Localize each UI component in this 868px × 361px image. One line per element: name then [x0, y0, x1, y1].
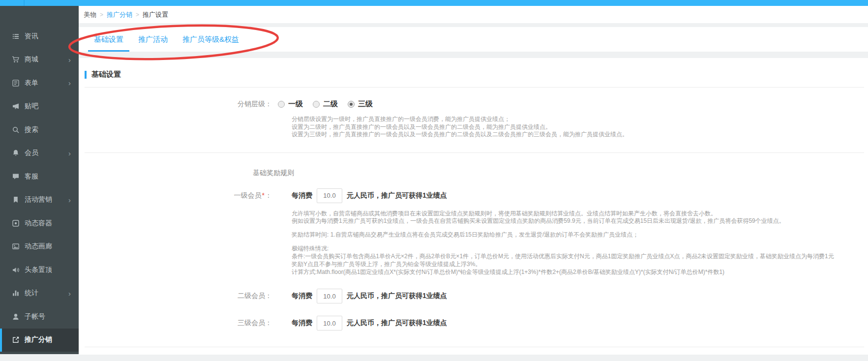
radio-level-1-label[interactable]: 一级	[288, 99, 303, 109]
bell-icon	[12, 149, 20, 157]
field-label-text: 分销层级	[238, 100, 265, 108]
settlement-description: 奖励结算时间: 1.自营店铺商品交易产生业绩点将在会员完成交易后15日奖励给推广…	[292, 231, 864, 239]
level3-amount-input[interactable]	[317, 316, 342, 331]
list-icon	[12, 32, 20, 40]
level1-member-row: 一级会员*： 每消费 元人民币，推广员可获得1业绩点	[85, 188, 864, 203]
sidebar-item-label: 会员	[25, 149, 38, 157]
chat-icon	[12, 173, 20, 180]
breadcrumb-item-home[interactable]: 美物	[84, 10, 96, 19]
radio-level-2-label[interactable]: 二级	[323, 99, 338, 109]
level2-member-row: 二级会员： 每消费 元人民币，推广员可获得1业绩点	[85, 289, 864, 303]
desc-line: 奖励结算时间: 1.自营店铺商品交易产生业绩点将在会员完成交易后15日奖励给推广…	[292, 231, 864, 239]
field-label-colon: ：	[265, 100, 272, 108]
tab-bar: 基础设置 推广活动 推广员等级&权益	[79, 27, 868, 52]
sidebar-item-label: 动态画廊	[25, 242, 52, 251]
desc-line: 允许填写小数，自营店铺商品或其他消费项目在未设置固定业绩点奖励规则时，将使用基础…	[292, 210, 864, 218]
sidebar-item-label: 搜索	[25, 125, 38, 134]
field-label: 分销层级：	[85, 100, 272, 109]
input-suffix: 元人民币，推广员可获得1业绩点	[347, 319, 447, 328]
level-description: 分销层级设置为一级时，推广员直接推广的一级会员消费，能为推广员提供业绩点； 设置…	[292, 116, 864, 139]
gallery-icon	[12, 242, 20, 250]
sidebar-item-label: 表单	[25, 79, 38, 88]
level2-amount-input[interactable]	[317, 289, 342, 303]
chevron-right-icon: ›	[68, 196, 71, 204]
required-asterisk: *	[262, 191, 265, 199]
tab-promotion-activity[interactable]: 推广活动	[137, 35, 169, 52]
section-accent-bar	[85, 71, 87, 79]
chevron-right-icon: ›	[68, 150, 71, 157]
field-label-text: 三级会员	[238, 319, 265, 327]
divider	[85, 87, 864, 88]
field-content: 每消费 元人民币，推广员可获得1业绩点	[292, 188, 447, 203]
section-header: 基础设置	[85, 70, 864, 79]
sidebar-item-headline-top[interactable]: 头条置顶	[0, 258, 79, 282]
user-icon	[12, 313, 20, 321]
divider	[85, 152, 864, 153]
desc-line: 奖励Y点且不参与推广员等级上浮，推广员为铂金等级业绩提成上浮3%。	[292, 260, 864, 268]
megaphone-icon	[12, 102, 20, 110]
topbar-logo-divider	[24, 0, 25, 6]
field-content: 每消费 元人民币，推广员可获得1业绩点	[292, 316, 447, 331]
breadcrumb-item-promotion[interactable]: 推广分销	[107, 10, 132, 19]
divider	[85, 347, 864, 347]
speaker-icon	[12, 266, 20, 274]
level3-member-row: 三级会员： 每消费 元人民币，推广员可获得1业绩点	[85, 316, 864, 331]
desc-line: 设置为三级时，推广员直接推广的一级会员以及一级会员推广的二级会员以及二级会员推广…	[292, 131, 864, 139]
breadcrumb-item-settings: 推广设置	[143, 10, 168, 19]
field-content: 每消费 元人民币，推广员可获得1业绩点	[292, 289, 447, 303]
sidebar-item-dynamic-container[interactable]: 动态容器	[0, 211, 79, 235]
sidebar-item-tieba[interactable]: 贴吧	[0, 95, 79, 119]
basic-reward-rules-label: 基础奖励规则	[253, 169, 864, 178]
field-label: 三级会员：	[85, 319, 272, 328]
sidebar-item-mall[interactable]: 商城 ›	[0, 48, 79, 72]
sidebar-item-promotion-distribution[interactable]: 推广分销	[0, 329, 79, 352]
tab-basic-settings[interactable]: 基础设置	[92, 35, 125, 52]
sidebar-item-members[interactable]: 会员 ›	[0, 142, 79, 165]
sidebar-item-dynamic-gallery[interactable]: 动态画廊	[0, 235, 79, 259]
sidebar-item-activity-marketing[interactable]: 活动营销 ›	[0, 188, 79, 212]
level1-amount-input[interactable]	[317, 188, 342, 203]
input-suffix: 元人民币，推广员可获得1业绩点	[347, 292, 447, 301]
sidebar-item-label: 资讯	[25, 32, 38, 41]
bookmark-icon	[12, 196, 20, 204]
field-label-text: 一级会员	[234, 191, 262, 199]
sidebar-item-search[interactable]: 搜索	[0, 118, 79, 142]
field-label-colon: ：	[265, 319, 272, 327]
field-label-colon: ：	[265, 191, 272, 199]
sidebar-item-label: 子帐号	[25, 312, 45, 321]
sidebar-item-label: 推广分销	[25, 335, 52, 344]
sidebar: 资讯 商城 › 表单 › 贴吧 搜索 会员 › 客服	[0, 6, 79, 354]
breadcrumb-separator: >	[100, 11, 103, 18]
search-icon	[12, 126, 20, 134]
desc-line: 极端特殊情况:	[292, 244, 864, 252]
cart-icon	[12, 56, 20, 63]
container-icon	[12, 219, 20, 227]
level-radio-group: 一级 二级 三级	[278, 99, 383, 109]
radio-level-3-label[interactable]: 三级	[358, 99, 373, 109]
input-prefix: 每消费	[292, 319, 312, 328]
sidebar-item-label: 商城	[25, 55, 38, 64]
desc-line: 分销层级设置为一级时，推广员直接推广的一级会员消费，能为推广员提供业绩点；	[292, 116, 864, 123]
field-label: 二级会员：	[85, 292, 272, 301]
sidebar-item-statistics[interactable]: 统计 ›	[0, 282, 79, 305]
sidebar-item-service[interactable]: 客服	[0, 165, 79, 188]
sidebar-item-label: 头条置顶	[25, 266, 52, 274]
radio-level-2[interactable]	[313, 101, 320, 108]
sidebar-item-sub-accounts[interactable]: 子帐号	[0, 305, 79, 329]
input-prefix: 每消费	[292, 292, 312, 301]
radio-level-3[interactable]	[348, 101, 355, 108]
sidebar-item-forms[interactable]: 表单 ›	[0, 71, 79, 95]
main-area: 美物 > 推广分销 > 推广设置 基础设置 推广活动 推广员等级&权益 基础设置…	[79, 6, 868, 355]
tab-promoter-level-rights[interactable]: 推广员等级&权益	[181, 35, 240, 52]
chevron-right-icon: ›	[68, 290, 71, 297]
sidebar-item-news[interactable]: 资讯	[0, 25, 79, 48]
page-title: 基础设置	[91, 70, 121, 79]
input-suffix: 元人民币，推广员可获得1业绩点	[347, 191, 447, 200]
sidebar-item-label: 贴吧	[25, 102, 38, 111]
distribution-level-row: 分销层级： 一级 二级 三级	[85, 99, 864, 109]
radio-level-1[interactable]	[278, 101, 285, 108]
field-label-text: 二级会员	[238, 292, 265, 300]
desc-line: 计算方式:Math.floor(商品1固定业绩点X*(实际支付N/订单总价M)*…	[292, 268, 864, 276]
desc-line: 条件:一级会员购买订单包含商品1单价A元×2件，商品2单价B元×1件，订单总价M…	[292, 252, 864, 260]
breadcrumb-separator: >	[136, 11, 139, 18]
